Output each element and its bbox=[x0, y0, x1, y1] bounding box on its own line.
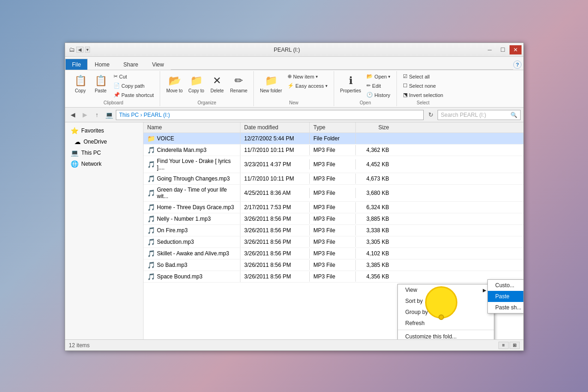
open-small-group: 📂 Open ▾ ✏ Edit 🕐 History bbox=[364, 72, 393, 99]
edit-icon: ✏ bbox=[366, 83, 371, 89]
tab-home[interactable]: Home bbox=[88, 59, 116, 70]
table-row[interactable]: 🎵Green day - Time of your life wit... 4/… bbox=[144, 185, 523, 202]
ctx-group-by[interactable]: Group by bbox=[398, 307, 494, 318]
paste-shortcut-button[interactable]: 📌 Paste shortcut bbox=[111, 90, 156, 99]
sidebar-item-thispc[interactable]: 💻 This PC bbox=[65, 147, 143, 158]
ctx-view[interactable]: View ▶ bbox=[398, 284, 494, 296]
minimize-button[interactable]: ─ bbox=[484, 45, 496, 54]
cut-button[interactable]: ✂ Cut bbox=[111, 72, 156, 81]
quick-access-back[interactable]: ◀ bbox=[76, 47, 84, 53]
quick-access-dropdown[interactable]: ▾ bbox=[85, 47, 90, 53]
sidebar-item-favorites[interactable]: ⭐ Favorites bbox=[65, 125, 143, 136]
search-placeholder: Search PEARL (I:) bbox=[441, 112, 486, 118]
sidebar-onedrive-label: OneDrive bbox=[84, 139, 107, 145]
network-icon: 🌐 bbox=[71, 160, 78, 168]
address-path[interactable]: This PC › PEARL (I:) bbox=[116, 110, 424, 120]
close-button[interactable]: ✕ bbox=[510, 45, 522, 54]
sidebar-item-network[interactable]: 🌐 Network bbox=[65, 158, 143, 169]
tab-share[interactable]: Share bbox=[116, 59, 145, 70]
table-row[interactable]: 🎵On Fire.mp3 3/26/2011 8:56 PM MP3 File … bbox=[144, 225, 523, 236]
ribbon-content: 📋 Copy 📋 Paste ✂ Cut bbox=[65, 70, 523, 107]
refresh-button[interactable]: ↻ bbox=[426, 110, 436, 120]
col-header-size[interactable]: Size bbox=[356, 122, 393, 133]
table-row[interactable]: 🎵Home - Three Days Grace.mp3 2/17/2011 7… bbox=[144, 202, 523, 213]
paste-button[interactable]: 📋 Paste bbox=[91, 72, 110, 95]
tab-file[interactable]: File bbox=[65, 59, 88, 70]
open-label: Open bbox=[374, 74, 387, 79]
new-items: 📁 New folder ⊕ New item ▾ ⚡ Easy access … bbox=[258, 72, 330, 99]
open-button[interactable]: 📂 Open ▾ bbox=[364, 72, 393, 81]
mp3-icon: 🎵 bbox=[147, 161, 155, 168]
rename-button[interactable]: ✏ Rename bbox=[228, 72, 250, 95]
edit-button[interactable]: ✏ Edit bbox=[364, 81, 393, 90]
select-all-button[interactable]: ☑ Select all bbox=[401, 72, 445, 81]
status-bar: 12 items ≡ ⊞ bbox=[65, 339, 523, 350]
large-icons-view-button[interactable]: ⊞ bbox=[510, 342, 520, 349]
ctx2-paste-sh[interactable]: Paste sh... bbox=[488, 302, 523, 313]
copy-to-icon: 📁 bbox=[189, 73, 204, 88]
search-box[interactable]: Search PEARL (I:) 🔍 bbox=[438, 110, 521, 120]
details-view-button[interactable]: ≡ bbox=[498, 342, 509, 349]
ctx-refresh[interactable]: Refresh bbox=[398, 318, 494, 329]
table-row[interactable]: 🎵Going Through Changes.mp3 11/7/2010 10:… bbox=[144, 173, 523, 185]
ctx2-paste-label: Paste bbox=[495, 293, 510, 300]
copy-to-button[interactable]: 📁 Copy to bbox=[186, 72, 206, 95]
col-header-type[interactable]: Type bbox=[310, 122, 356, 133]
col-header-date[interactable]: Date modified bbox=[240, 122, 310, 133]
copy-path-button[interactable]: 📄 Copy path bbox=[111, 81, 156, 90]
properties-icon: ℹ bbox=[343, 73, 358, 88]
move-to-button[interactable]: 📂 Move to bbox=[164, 72, 185, 95]
col-header-name[interactable]: Name bbox=[144, 122, 240, 133]
mp3-icon: 🎵 bbox=[147, 273, 155, 280]
invert-selection-button[interactable]: ⬔ Invert selection bbox=[401, 90, 445, 99]
easy-access-icon: ⚡ bbox=[288, 83, 294, 89]
up-button[interactable]: ↑ bbox=[92, 110, 102, 120]
table-row[interactable]: 🎵Space Bound.mp3 3/26/2011 8:56 PM MP3 F… bbox=[144, 271, 523, 283]
cut-label: Cut bbox=[119, 74, 127, 79]
paste-icon: 📋 bbox=[93, 73, 108, 88]
mp3-icon: 🎵 bbox=[147, 238, 155, 246]
table-row[interactable]: 🎵So Bad.mp3 3/26/2011 8:56 PM MP3 File 3… bbox=[144, 259, 523, 271]
new-folder-button[interactable]: 📁 New folder bbox=[258, 72, 284, 95]
new-item-button[interactable]: ⊕ New item ▾ bbox=[285, 72, 330, 81]
ctx-customize[interactable]: Customize this fold... bbox=[398, 331, 494, 339]
table-row[interactable]: 🎵Cinderella Man.mp3 11/7/2010 10:11 PM M… bbox=[144, 145, 523, 156]
table-row[interactable]: 🎵Skillet - Awake and Alive.mp3 3/26/2011… bbox=[144, 248, 523, 259]
select-none-icon: ☐ bbox=[403, 83, 408, 89]
edit-label: Edit bbox=[372, 83, 381, 89]
ribbon-group-organize: 📂 Move to 📁 Copy to ✕ Delete ✏ Rename bbox=[160, 71, 254, 106]
ribbon-tabs: File Home Share View ? bbox=[65, 57, 523, 70]
select-none-button[interactable]: ☐ Select none bbox=[401, 81, 445, 90]
tab-view[interactable]: View bbox=[145, 59, 171, 70]
table-row[interactable]: 📁VOICE 12/27/2002 5:44 PM File Folder bbox=[144, 133, 523, 145]
copy-button[interactable]: 📋 Copy bbox=[71, 72, 90, 95]
table-row[interactable]: 🎵Nelly - Number 1.mp3 3/26/2011 8:56 PM … bbox=[144, 213, 523, 225]
table-row[interactable]: 🎵Find Your Love - Drake [ lyrics ].... 3… bbox=[144, 156, 523, 173]
ctx-group-label: Group by bbox=[405, 309, 428, 315]
easy-access-button[interactable]: ⚡ Easy access ▾ bbox=[285, 81, 330, 90]
forward-button[interactable]: ▶ bbox=[80, 110, 90, 120]
sidebar-item-onedrive[interactable]: ☁ OneDrive bbox=[65, 136, 143, 147]
new-label: New bbox=[289, 100, 298, 105]
history-button[interactable]: 🕐 History bbox=[364, 90, 393, 99]
copy-icon: 📋 bbox=[73, 73, 88, 88]
ctx-customize-label: Customize this fold... bbox=[405, 333, 456, 339]
maximize-button[interactable]: ☐ bbox=[497, 45, 509, 54]
open-arrow: ▾ bbox=[388, 74, 390, 79]
ctx-sort-by[interactable]: Sort by bbox=[398, 296, 494, 307]
copy-to-label: Copy to bbox=[188, 88, 204, 93]
onedrive-icon: ☁ bbox=[74, 138, 81, 145]
breadcrumb-thispc[interactable]: This PC › PEARL (I:) bbox=[119, 112, 170, 118]
open-label-group: Open bbox=[360, 100, 371, 105]
properties-button[interactable]: ℹ Properties bbox=[338, 72, 364, 95]
back-button[interactable]: ◀ bbox=[68, 110, 78, 120]
ctx2-paste[interactable]: Paste bbox=[488, 291, 523, 302]
ctx2-custo[interactable]: Custo... bbox=[488, 280, 523, 291]
select-items: ☑ Select all ☐ Select none ⬔ Invert sele… bbox=[401, 72, 445, 99]
ribbon-group-select: ☑ Select all ☐ Select none ⬔ Invert sele… bbox=[397, 71, 449, 106]
table-row[interactable]: 🎵Seduction.mp3 3/26/2011 8:56 PM MP3 Fil… bbox=[144, 236, 523, 248]
ctx2-custo-label: Custo... bbox=[495, 282, 514, 289]
delete-button[interactable]: ✕ Delete bbox=[207, 72, 227, 95]
new-item-arrow: ▾ bbox=[316, 74, 318, 79]
ribbon-help-button[interactable]: ? bbox=[513, 60, 522, 69]
